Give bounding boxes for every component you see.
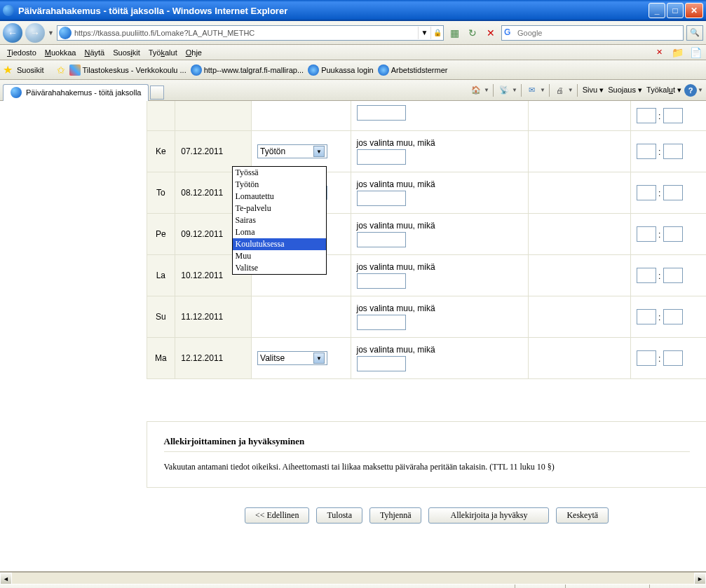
status-dropdown-list[interactable]: TyössäTyötönLomautettuTe-palveluSairasLo… (232, 166, 327, 275)
menu-favorites[interactable]: Suosikit (109, 47, 144, 58)
address-bar[interactable]: ▼ 🔒 (57, 25, 444, 41)
time-mm[interactable] (663, 309, 683, 324)
tab-current[interactable]: Päivärahahakemus - töitä jaksolla (3, 84, 149, 101)
time-hh[interactable] (637, 108, 656, 123)
day-cell: Ke (147, 131, 175, 172)
horizontal-scrollbar[interactable]: ◄ ► (0, 572, 706, 584)
lock-icon[interactable]: 🔒 (430, 27, 443, 39)
note-input[interactable] (357, 191, 406, 206)
search-button[interactable]: 🔍 (686, 25, 703, 41)
fav-link-2[interactable]: http--www.talgraf.fi-mallirap... (191, 64, 304, 76)
home-icon[interactable]: 🏠 (469, 83, 483, 97)
time-mm[interactable] (663, 144, 683, 159)
dropdown-option[interactable]: Työtön (233, 179, 326, 191)
note-input[interactable] (357, 105, 406, 121)
note-label: jos valinta muu, mikä (357, 221, 435, 231)
time-mm[interactable] (663, 108, 683, 123)
mail-icon[interactable]: ✉ (525, 83, 539, 97)
status-select[interactable]: Työtön▼ (257, 144, 327, 158)
dropdown-option[interactable]: Työssä (233, 167, 326, 179)
menu-file[interactable]: Tiedosto (3, 47, 41, 58)
site-icon (59, 27, 72, 39)
dropdown-option[interactable]: Muu (233, 250, 326, 262)
status-select[interactable]: Valitse▼ (257, 351, 327, 365)
fav-link-4[interactable]: Arbetstidstermer (378, 64, 448, 76)
close-button[interactable]: ✕ (685, 3, 703, 18)
dropdown-option[interactable]: Valitse (233, 262, 326, 274)
favorites-label[interactable]: Suosikit (17, 66, 44, 74)
compat-view-icon[interactable]: ▦ (447, 25, 462, 41)
cmd-safety[interactable]: Suojaus ▾ (606, 86, 644, 95)
forward-button[interactable]: → (25, 23, 45, 43)
cancel-button[interactable]: Keskeytä (556, 507, 609, 524)
menu-extra-icon-2[interactable]: 📄 (688, 45, 703, 60)
note-label: jos valinta muu, mikä (357, 303, 435, 313)
maximize-button[interactable]: □ (667, 3, 684, 18)
menu-bar: Tiedosto Muokkaa Näytä Suosikit Työkalut… (0, 45, 706, 60)
time-hh[interactable] (637, 226, 656, 242)
time-hh[interactable] (637, 185, 656, 200)
time-hh[interactable] (637, 144, 656, 159)
tab-site-icon (11, 87, 22, 98)
menu-tools[interactable]: Työkalut (144, 47, 182, 58)
window-title: Päivärahahakemus - töitä jaksolla - Wind… (18, 6, 649, 16)
sign-button[interactable]: Allekirjoita ja hyväksy (428, 507, 549, 524)
add-favorite-icon[interactable]: ✩ (57, 64, 65, 76)
time-mm[interactable] (663, 350, 683, 366)
table-row: Ma12.12.2011Valitse▼jos valinta muu, mik… (147, 338, 706, 379)
scroll-left[interactable]: ◄ (0, 573, 12, 584)
menu-extra-icon-1[interactable]: 📁 (670, 45, 685, 60)
dropdown-option[interactable]: Loma (233, 226, 326, 238)
print-button[interactable]: Tulosta (316, 507, 362, 524)
time-hh[interactable] (637, 309, 656, 324)
status-bar: Internet 🛡 🔍 100% ▼ (0, 584, 706, 588)
fav-link-1[interactable]: Tilastokeskus - Verkkokoulu ... (69, 64, 186, 76)
stop-button[interactable]: ✕ (483, 25, 498, 41)
dropdown-option[interactable]: Sairas (233, 214, 326, 226)
menu-edit[interactable]: Muokkaa (41, 47, 81, 58)
note-input[interactable] (357, 232, 406, 247)
minimize-button[interactable]: _ (649, 3, 665, 18)
cmd-tools[interactable]: Työkalut ▾ (645, 86, 683, 95)
time-mm[interactable] (663, 268, 683, 283)
clear-button[interactable]: Tyhjennä (369, 507, 421, 524)
note-input[interactable] (357, 149, 406, 165)
fav-link-3[interactable]: Puukassa login (308, 64, 374, 76)
back-button[interactable]: ← (3, 23, 22, 43)
table-row: Pe09.12.2011jos valinta muu, mikä : (147, 214, 706, 255)
time-mm[interactable] (663, 185, 683, 200)
search-input[interactable] (517, 29, 683, 37)
address-dropdown[interactable]: ▼ (418, 27, 430, 39)
dropdown-option[interactable]: Koulutuksessa (233, 238, 326, 250)
day-cell: Su (147, 296, 175, 338)
new-tab-button[interactable] (150, 86, 164, 100)
search-box[interactable]: G (501, 25, 684, 41)
help-icon[interactable]: ? (684, 84, 697, 97)
note-input[interactable] (357, 273, 406, 289)
menu-view[interactable]: Näytä (80, 47, 109, 58)
feeds-icon[interactable]: 📡 (497, 83, 511, 97)
menu-close-icon[interactable]: ✕ (651, 45, 667, 60)
page-content: : Ke07.12.2011Työtön▼jos valinta muu, mi… (0, 101, 706, 572)
time-mm[interactable] (663, 226, 683, 242)
menu-help[interactable]: Ohje (182, 47, 206, 58)
dropdown-option[interactable]: Lomautettu (233, 191, 326, 203)
protected-mode[interactable]: 🛡 (565, 584, 649, 588)
scroll-right[interactable]: ► (694, 573, 706, 584)
print-icon[interactable]: 🖨 (553, 83, 567, 97)
note-input[interactable] (357, 315, 406, 330)
refresh-button[interactable]: ↻ (465, 25, 480, 41)
address-input[interactable] (73, 29, 418, 37)
prev-button[interactable]: << Edellinen (245, 507, 310, 524)
time-hh[interactable] (637, 268, 656, 283)
confirm-heading: Allekirjoittaminen ja hyväksyminen (164, 436, 690, 452)
tab-bar: Päivärahahakemus - töitä jaksolla 🏠▼ 📡▼ … (0, 80, 706, 101)
day-cell: Ma (147, 338, 175, 379)
dropdown-option[interactable]: Te-palvelu (233, 203, 326, 214)
cmd-page[interactable]: Sivu ▾ (581, 86, 605, 95)
zoom-control[interactable]: 🔍 100% ▼ (649, 584, 702, 588)
favorites-star-icon[interactable]: ★ (3, 63, 13, 76)
day-cell: La (147, 255, 175, 296)
time-hh[interactable] (637, 350, 656, 366)
note-input[interactable] (357, 356, 406, 371)
